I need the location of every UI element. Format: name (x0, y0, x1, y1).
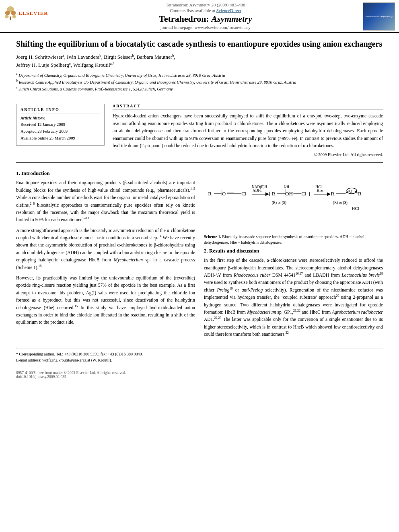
svg-text:O: O (349, 189, 352, 193)
footnote-divider (16, 348, 383, 349)
svg-text:]: ] (309, 191, 310, 197)
body-col-right: R O Cl (204, 168, 383, 341)
scheme-caption: Scheme 1. Biocatalytic cascade sequence … (204, 234, 383, 245)
svg-rect-6 (10, 16, 11, 20)
footnote-email: E-mail address: wolfgang.kroutil@uni-gra… (16, 357, 383, 363)
journal-title-prefix: Tetrahedron: (159, 14, 211, 24)
sciencedirect-prefix: Contents lists available at (170, 8, 215, 13)
thumb-title: Tetrahedron: Asymmetry (365, 15, 393, 18)
sciencedirect-link[interactable]: ScienceDirect (216, 8, 241, 13)
abstract-text: Hydroxide-loaded anion exchangers have b… (113, 112, 383, 149)
footnote-star: * Corresponding author. Tel.: +43 (0)316… (16, 351, 383, 357)
intro-para1: Enantiopure epoxides and their ring-open… (16, 179, 195, 223)
svg-point-3 (11, 11, 16, 15)
svg-text:HCl: HCl (352, 206, 359, 211)
svg-text:R: R (272, 191, 276, 197)
results-para1: In the first step of the cascade, α-chlo… (204, 257, 383, 338)
abstract-copyright: © 2009 Elsevier Ltd. All rights reserved… (113, 152, 383, 157)
sciencedirect-line: Contents lists available at ScienceDirec… (48, 8, 363, 13)
article-info-title: ARTICLE INFO (21, 107, 100, 113)
svg-point-4 (5, 15, 8, 18)
body-content: 1. Introduction Enantiopure epoxides and… (16, 168, 383, 341)
history-label: Article history: (21, 116, 100, 120)
paper-title: Shifting the equilibrium of a biocatalyt… (16, 39, 383, 49)
elsevier-logo: ELSEVIER (4, 6, 48, 21)
svg-point-2 (5, 11, 10, 15)
intro-para2: A more straightforward approach is the b… (16, 227, 195, 271)
svg-text:R: R (331, 191, 335, 197)
article-info-col: ARTICLE INFO Article history: Received 1… (16, 104, 105, 157)
abstract-title: ABSTRACT (113, 104, 383, 110)
affiliation-a: Department of Chemistry, Organic and Bio… (19, 73, 225, 77)
body-col-left: 1. Introduction Enantiopure epoxides and… (16, 168, 195, 341)
affiliation-c: Julich Chiral Solutions, a Codexis compa… (19, 87, 173, 91)
journal-homepage: journal homepage: www.elsevier.com/locat… (48, 25, 363, 30)
intro-para3: However, its practicability was limited … (16, 274, 195, 326)
svg-text:NAD(P)H: NAD(P)H (252, 185, 267, 190)
article-info-abstract-row: ARTICLE INFO Article history: Received 1… (16, 104, 383, 157)
svg-text:O: O (222, 191, 226, 197)
elsevier-wordmark: ELSEVIER (19, 10, 48, 16)
svg-text:R: R (358, 191, 362, 197)
journal-header-center: Tetrahedron: Asymmetry 20 (2009) 483–488… (48, 2, 363, 30)
svg-point-5 (12, 15, 16, 18)
svg-text:[: [ (269, 191, 270, 197)
scheme-figure: R O Cl (204, 173, 383, 245)
affiliation-b: Research Centre Applied Biocatalysis c/o… (19, 80, 296, 84)
elsevier-tree-icon (4, 6, 17, 21)
article-received: Received 12 January 2009 (21, 121, 100, 128)
scheme-svg: R O Cl (204, 173, 383, 231)
intro-heading: 1. Introduction (16, 170, 195, 177)
journal-thumbnail: Tetrahedron: Asymmetry (363, 2, 395, 31)
scheme-caption-text: Biocatalytic cascade sequence for the sy… (204, 234, 364, 244)
abstract-col: ABSTRACT Hydroxide-loaded anion exchange… (113, 104, 383, 157)
article-info-box: ARTICLE INFO Article history: Received 1… (16, 104, 105, 145)
section-divider-2 (16, 162, 383, 163)
journal-title-italic: Asymmetry (211, 14, 252, 24)
section-divider-1 (16, 98, 383, 98)
svg-text:Cl: Cl (301, 191, 306, 197)
footer-bottom: 0957-4166/$ - see front matter © 2009 El… (16, 369, 383, 379)
scheme-label: Scheme 1. (204, 234, 221, 239)
footer-doi: doi:10.1016/j.tetasy.2009.02.035 (16, 375, 383, 379)
journal-header: ELSEVIER Tetrahedron: Asymmetry 20 (2009… (0, 0, 399, 33)
svg-text:OH: OH (285, 191, 293, 197)
svg-text:(R) or (S): (R) or (S) (333, 201, 348, 205)
journal-title: Tetrahedron: Asymmetry (48, 14, 363, 24)
svg-text:OH: OH (284, 185, 290, 189)
results-heading: 2. Results and discussion (204, 248, 383, 254)
main-content: Shifting the equilibrium of a biocatalyt… (0, 33, 399, 387)
svg-text:R: R (208, 191, 212, 197)
article-accepted: Accepted 23 February 2009 (21, 128, 100, 135)
svg-text:(R) or (S): (R) or (S) (272, 201, 286, 205)
svg-text:Cl: Cl (241, 191, 247, 197)
article-available: Available online 25 March 2009 (21, 135, 100, 142)
svg-text:HCl: HCl (315, 185, 322, 189)
journal-meta: Tetrahedron: Asymmetry 20 (2009) 483–488 (48, 2, 363, 7)
authors: Joerg H. Schrittwiesera, Iván Lavanderab… (16, 53, 383, 69)
affiliations: a Department of Chemistry, Organic and B… (16, 72, 383, 92)
footer-issn: 0957-4166/$ - see front matter © 2009 El… (16, 371, 383, 375)
elsevier-logo-box: ELSEVIER (4, 2, 48, 21)
